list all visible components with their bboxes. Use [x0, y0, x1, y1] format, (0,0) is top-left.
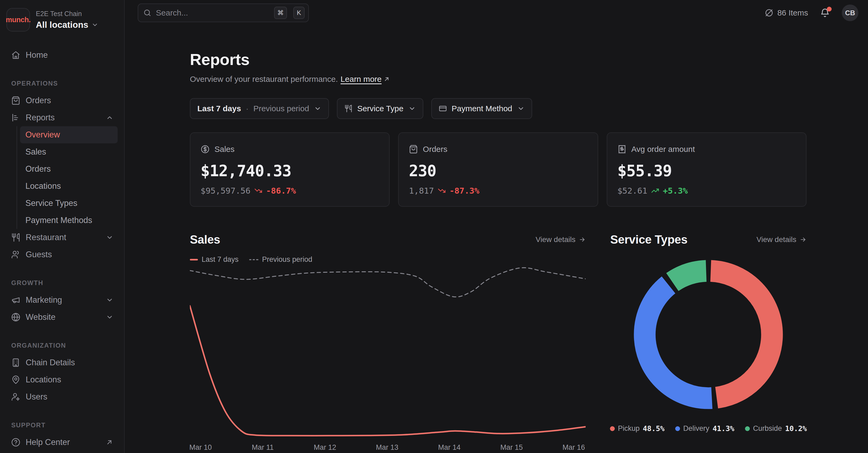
- sidebar-item-marketing[interactable]: Marketing: [6, 292, 118, 309]
- utensils-icon: [11, 233, 20, 242]
- separator-dot: ·: [246, 104, 248, 113]
- subnav-item-sales[interactable]: Sales: [20, 143, 118, 160]
- location-selector[interactable]: All locations: [36, 20, 98, 30]
- sidebar-item-reports[interactable]: Reports: [6, 109, 118, 126]
- search-input[interactable]: [156, 8, 270, 18]
- search-box[interactable]: ⌘ K: [138, 3, 309, 22]
- payment-methods-section: Payment Methods View details: [610, 452, 806, 453]
- stat-label: Orders: [423, 145, 447, 154]
- sidebar-item-restaurant[interactable]: Restaurant: [6, 229, 118, 246]
- sales-line-chart: Mar 10Mar 11Mar 12Mar 13Mar 14Mar 15Mar …: [190, 266, 586, 453]
- legend-dot: [610, 426, 615, 431]
- legend-previous-period: Previous period: [249, 255, 312, 264]
- donut-legend-item-delivery: Delivery41.3%: [675, 424, 734, 433]
- sales-line-chart-svg: [190, 266, 586, 440]
- section-label-support: SUPPORT: [11, 421, 118, 429]
- sidebar-item-label: Orders: [26, 96, 51, 105]
- notifications-button[interactable]: [820, 8, 830, 18]
- legend-solid-swatch: [190, 259, 198, 261]
- sidebar-item-label: Home: [26, 50, 48, 60]
- sidebar-item-users[interactable]: Users: [6, 388, 118, 405]
- reports-subnav: Overview Sales Orders Locations Service …: [17, 126, 118, 229]
- globe-icon: [11, 312, 20, 322]
- subnav-item-service-types[interactable]: Service Types: [20, 195, 118, 212]
- service-type-label: Service Type: [357, 104, 404, 113]
- shopping-bag-icon: [409, 145, 418, 154]
- home-icon: [11, 51, 20, 60]
- sidebar-item-guests[interactable]: Guests: [6, 246, 118, 263]
- view-details-label: View details: [536, 235, 576, 244]
- credit-card-icon: [439, 104, 447, 113]
- x-axis-label: Mar 11: [252, 443, 274, 452]
- subnav-item-label: Service Types: [25, 199, 77, 208]
- subnav-item-orders[interactable]: Orders: [20, 160, 118, 178]
- x-axis-labels: Mar 10Mar 11Mar 12Mar 13Mar 14Mar 15Mar …: [190, 443, 586, 453]
- payment-method-filter[interactable]: Payment Method: [431, 98, 532, 119]
- legend-percent: 10.2%: [785, 424, 807, 433]
- stat-card-avg-order: Avg order amount $55.39 $52.61 +5.3%: [607, 132, 806, 207]
- sidebar-item-label: Help Center: [26, 437, 70, 447]
- legend-label: Previous period: [262, 255, 312, 264]
- sidebar-item-label: Reports: [26, 113, 55, 122]
- eighty-six-items-button[interactable]: 86 Items: [765, 8, 808, 18]
- stat-previous-value: $95,597.56: [200, 186, 251, 195]
- series-line-current: [190, 306, 586, 436]
- sales-view-details-link[interactable]: View details: [536, 235, 586, 244]
- page-title: Reports: [190, 50, 806, 69]
- legend-label: Pickup: [618, 424, 640, 433]
- legend-current-period: Last 7 days: [190, 255, 239, 264]
- learn-more-link[interactable]: Learn more: [341, 74, 390, 84]
- kbd-cmd: ⌘: [274, 7, 287, 19]
- sales-chart-section: Sales View details Last 7 days Previous …: [190, 233, 586, 453]
- service-types-view-details-link[interactable]: View details: [756, 235, 806, 244]
- payment-methods-section-title: Payment Methods: [610, 452, 710, 453]
- sidebar-item-locations[interactable]: Locations: [6, 371, 118, 388]
- arrow-right-icon: [800, 236, 806, 243]
- donut-svg: [633, 260, 783, 410]
- receipt-icon: [617, 145, 626, 154]
- legend-label: Delivery: [683, 424, 709, 433]
- subnav-item-payment-methods[interactable]: Payment Methods: [20, 212, 118, 229]
- stat-change: -87.3%: [450, 186, 479, 195]
- eighty-six-items-label: 86 Items: [777, 8, 808, 18]
- chain-name: E2E Test Chain: [36, 10, 98, 18]
- dollar-circle-icon: [200, 145, 210, 154]
- subnav-item-locations[interactable]: Locations: [20, 178, 118, 195]
- megaphone-icon: [11, 296, 20, 305]
- sidebar-item-website[interactable]: Website: [6, 309, 118, 326]
- stat-previous-value: 1,817: [409, 186, 434, 195]
- donut-legend-item-curbside: Curbside10.2%: [745, 424, 807, 433]
- help-circle-icon: [11, 438, 20, 447]
- x-axis-label: Mar 13: [376, 443, 398, 452]
- map-pin-icon: [11, 375, 20, 384]
- munch-logo-text: munch.: [6, 16, 31, 24]
- stat-change: -86.7%: [266, 186, 296, 195]
- date-range-value: Last 7 days: [197, 104, 241, 113]
- x-axis-label: Mar 12: [314, 443, 336, 452]
- x-axis-label: Mar 14: [438, 443, 461, 452]
- top-bar: ⌘ K 86 Items CB: [125, 0, 868, 26]
- sidebar-item-home[interactable]: Home: [6, 47, 118, 64]
- sidebar-item-help-center[interactable]: Help Center: [6, 434, 118, 451]
- shopping-bag-icon: [11, 96, 20, 105]
- legend-percent: 41.3%: [713, 424, 734, 433]
- x-axis-label: Mar 10: [189, 443, 212, 452]
- service-type-filter[interactable]: Service Type: [337, 98, 423, 119]
- sidebar-item-label: Website: [26, 312, 55, 322]
- avatar[interactable]: CB: [842, 4, 858, 21]
- date-range-filter[interactable]: Last 7 days · Previous period: [190, 98, 329, 119]
- legend-dashed-swatch: [249, 259, 258, 260]
- stat-value: $55.39: [617, 162, 796, 180]
- x-axis-label: Mar 15: [500, 443, 523, 452]
- sidebar-item-chain-details[interactable]: Chain Details: [6, 354, 118, 371]
- stat-value: 230: [409, 162, 587, 180]
- chevron-down-icon: [106, 296, 113, 304]
- donut-legend-item-pickup: Pickup48.5%: [610, 424, 664, 433]
- location-selector-label: All locations: [36, 20, 88, 30]
- legend-label: Curbside: [753, 424, 782, 433]
- subnav-item-label: Sales: [25, 147, 46, 157]
- chevron-down-icon: [106, 234, 113, 241]
- sidebar-item-orders[interactable]: Orders: [6, 92, 118, 109]
- subnav-item-overview[interactable]: Overview: [20, 126, 118, 143]
- payment-method-label: Payment Method: [452, 104, 513, 113]
